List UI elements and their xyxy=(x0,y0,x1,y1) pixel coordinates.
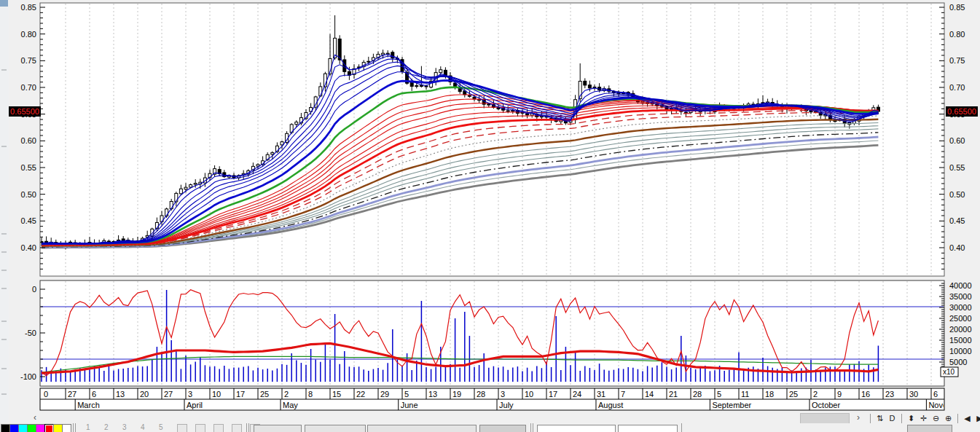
toolbar-separator xyxy=(533,423,533,432)
week-tick-label: 18 xyxy=(765,390,774,398)
candlestick xyxy=(415,86,418,87)
week-tick-label: 10 xyxy=(525,390,533,398)
candlestick xyxy=(478,100,481,101)
zoom-in-icon[interactable]: ⊕ xyxy=(942,413,954,424)
candlestick xyxy=(256,165,259,166)
week-tick-label: 19 xyxy=(452,390,461,398)
price-axis-label-right: 0.80 xyxy=(949,30,965,39)
week-tick-label: 15 xyxy=(332,390,341,398)
week-tick-label: 22 xyxy=(356,390,365,398)
scroll-chart-right-icon[interactable]: ▶ xyxy=(973,413,980,424)
scrollbar-left-arrow-icon[interactable]: ‹ xyxy=(29,412,41,423)
week-tick-label: 31 xyxy=(597,390,605,398)
month-label: September xyxy=(712,401,751,409)
month-label: April xyxy=(187,401,203,409)
candlestick xyxy=(540,117,543,117)
week-tick-label: 27 xyxy=(68,390,77,398)
fit-vertical-icon[interactable]: ⬍ xyxy=(905,413,917,424)
page-layout-icon[interactable] xyxy=(232,424,242,432)
price-axis-label-right: 0.60 xyxy=(949,136,965,145)
week-tick-label: 13 xyxy=(116,390,125,398)
sheet-number[interactable]: 3 xyxy=(122,423,127,431)
price-axis-label-left: 0.50 xyxy=(21,190,36,199)
scrollbar-thumb[interactable] xyxy=(800,413,850,424)
price-chart-canvas[interactable]: 0.850.850.800.800.750.750.700.700.650.65… xyxy=(0,0,980,412)
sheet-number[interactable]: 4 xyxy=(141,423,145,431)
week-tick-label: 28 xyxy=(693,390,702,398)
current-price-tag-left: 0.65500 xyxy=(9,106,41,117)
candlestick xyxy=(189,185,192,187)
sheet-number[interactable]: 2 xyxy=(104,423,109,431)
candlestick xyxy=(295,122,298,125)
price-axis-label-right: 0.40 xyxy=(949,243,965,252)
page-layout-icon[interactable] xyxy=(195,424,205,432)
candlestick xyxy=(468,95,471,96)
scroll-chart-left-icon[interactable]: ◀ xyxy=(961,413,973,424)
week-tick-label: 11 xyxy=(741,390,749,398)
week-tick-label: 23 xyxy=(885,390,894,398)
week-tick-label: 25 xyxy=(260,390,269,398)
week-tick-label: 9 xyxy=(837,390,842,398)
volume-axis-label: 15000 xyxy=(949,336,972,345)
price-axis-label-left: 0.60 xyxy=(21,136,36,145)
sheet-number[interactable]: 5 xyxy=(159,423,163,431)
indicator-axis-label: 0 xyxy=(32,285,36,294)
week-tick-label: 0 xyxy=(44,390,48,398)
indicator-axis-label: -100 xyxy=(20,372,36,381)
candlestick xyxy=(684,112,687,113)
page-layout-icon[interactable] xyxy=(213,424,224,432)
status-field xyxy=(305,425,366,432)
week-tick-label: 3 xyxy=(501,390,505,398)
volume-axis-label: 30000 xyxy=(949,303,972,312)
candlestick xyxy=(588,85,591,88)
price-axis-label-left: 0.40 xyxy=(21,243,36,252)
chart-nav-toolbar: ⇅D⬍✛⊖⊕◀▶☰ xyxy=(867,412,980,424)
chart-application: 0.850.850.800.800.750.750.700.700.650.65… xyxy=(0,0,980,432)
week-tick-label: 25 xyxy=(789,390,798,398)
input-field[interactable] xyxy=(618,425,678,432)
volume-axis-label: 35000 xyxy=(949,292,972,301)
current-price-tag-right: 0.65500 xyxy=(946,106,978,117)
candlestick xyxy=(179,189,182,194)
toolbar-separator xyxy=(248,423,249,432)
scrollbar-right-arrow-icon[interactable]: › xyxy=(852,412,864,423)
bottom-toolbar: 12345 xyxy=(0,423,980,432)
indicator-axis-label: -50 xyxy=(25,329,36,337)
volume-multiplier-label: x10 xyxy=(943,368,955,376)
candlestick xyxy=(584,81,587,85)
candlestick xyxy=(184,187,187,189)
toolbar-separator xyxy=(530,423,531,432)
week-tick-label: 13 xyxy=(428,390,437,398)
status-field xyxy=(907,425,952,432)
week-tick-label: 6 xyxy=(933,390,938,398)
week-tick-label: 21 xyxy=(669,390,678,398)
daily-period-icon[interactable]: D xyxy=(886,413,898,424)
candlestick xyxy=(319,87,322,96)
candlestick xyxy=(506,111,509,111)
toolbar-separator xyxy=(901,414,902,423)
candlestick xyxy=(593,87,596,87)
price-axis-label-left: 0.80 xyxy=(21,30,36,39)
horizontal-scrollbar[interactable]: ‹ › ⇅D⬍✛⊖⊕◀▶☰ xyxy=(9,412,980,424)
color-swatch[interactable] xyxy=(62,424,71,432)
volume-axis-label: 5000 xyxy=(949,358,967,366)
page-layout-icon[interactable] xyxy=(177,424,187,432)
week-tick-label: 7 xyxy=(621,390,625,398)
candlestick xyxy=(271,153,274,154)
toolbar-separator xyxy=(681,423,682,432)
week-tick-label: 30 xyxy=(909,390,918,398)
status-field xyxy=(479,425,526,432)
input-field[interactable] xyxy=(537,425,616,432)
month-label: May xyxy=(283,401,298,409)
month-label: August xyxy=(598,401,623,409)
week-tick-label: 29 xyxy=(380,390,389,398)
week-tick-label: 14 xyxy=(645,390,654,398)
refresh-icon[interactable]: ⇅ xyxy=(874,413,886,424)
sheet-number[interactable]: 1 xyxy=(86,423,90,431)
pan-icon[interactable]: ✛ xyxy=(917,413,930,424)
week-tick-label: 6 xyxy=(92,390,96,398)
month-label: June xyxy=(401,401,418,409)
price-axis-label-right: 0.85 xyxy=(949,3,965,12)
candlestick xyxy=(382,53,385,55)
zoom-out-icon[interactable]: ⊖ xyxy=(930,413,942,424)
